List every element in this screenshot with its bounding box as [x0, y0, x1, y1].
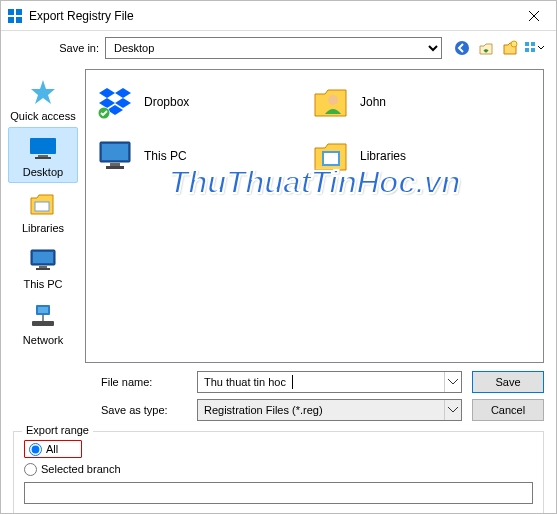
svg-rect-3 — [16, 17, 22, 23]
radio-all-row[interactable]: All — [24, 440, 82, 458]
svg-rect-11 — [531, 48, 535, 52]
watermark-text: ThuThuatTinHoc.vn — [90, 164, 539, 201]
svg-rect-0 — [8, 9, 14, 15]
filename-input[interactable]: Thu thuat tin hoc — [197, 371, 462, 393]
svg-rect-18 — [33, 252, 53, 263]
dropbox-icon — [94, 81, 136, 123]
filename-row: File name: Thu thuat tin hoc Save — [1, 367, 556, 395]
place-quick-access[interactable]: Quick access — [8, 71, 78, 127]
user-folder-icon — [310, 81, 352, 123]
file-item-john[interactable]: John — [310, 78, 510, 126]
close-button[interactable] — [511, 1, 556, 31]
back-button[interactable] — [452, 38, 472, 58]
svg-rect-20 — [36, 268, 50, 270]
place-label: This PC — [23, 278, 62, 290]
export-range-group: Export range All Selected branch — [13, 431, 544, 514]
place-label: Desktop — [23, 166, 63, 178]
place-label: Quick access — [10, 110, 75, 122]
save-in-row: Save in: Desktop — [1, 31, 556, 65]
radio-all[interactable] — [29, 443, 42, 456]
svg-rect-16 — [35, 202, 49, 211]
savetype-label: Save as type: — [101, 404, 187, 416]
svg-point-6 — [455, 41, 469, 55]
up-one-level-button[interactable] — [476, 38, 496, 58]
main-area: Quick access Desktop Libraries This PC N… — [1, 65, 556, 367]
title-bar: Export Registry File — [1, 1, 556, 31]
desktop-icon — [27, 132, 59, 164]
file-item-dropbox[interactable]: Dropbox — [94, 78, 294, 126]
chevron-down-icon[interactable] — [444, 372, 461, 392]
place-libraries[interactable]: Libraries — [8, 183, 78, 239]
svg-rect-14 — [38, 155, 48, 157]
save-in-dropdown[interactable]: Desktop — [105, 37, 442, 59]
svg-rect-13 — [30, 138, 56, 154]
save-in-label: Save in: — [41, 42, 99, 54]
svg-rect-23 — [32, 321, 54, 326]
svg-point-32 — [328, 95, 338, 105]
network-icon — [27, 300, 59, 332]
svg-rect-15 — [35, 157, 51, 159]
app-icon — [7, 8, 23, 24]
places-bar: Quick access Desktop Libraries This PC N… — [1, 65, 85, 367]
libraries-icon — [27, 188, 59, 220]
this-pc-icon — [27, 244, 59, 276]
toolbar — [452, 38, 544, 58]
place-label: Libraries — [22, 222, 64, 234]
savetype-row: Save as type: Registration Files (*.reg)… — [1, 395, 556, 423]
svg-rect-8 — [525, 42, 529, 46]
radio-selected-branch-row[interactable]: Selected branch — [24, 460, 533, 478]
cancel-button[interactable]: Cancel — [472, 399, 544, 421]
svg-rect-1 — [16, 9, 22, 15]
new-folder-button[interactable] — [500, 38, 520, 58]
quick-access-icon — [27, 76, 59, 108]
svg-rect-2 — [8, 17, 14, 23]
file-label: John — [360, 95, 386, 109]
radio-selected-branch[interactable] — [24, 463, 37, 476]
svg-rect-34 — [102, 144, 128, 160]
file-label: This PC — [144, 149, 187, 163]
svg-marker-12 — [31, 80, 55, 104]
place-desktop[interactable]: Desktop — [8, 127, 78, 183]
savetype-dropdown[interactable]: Registration Files (*.reg) — [197, 399, 462, 421]
svg-rect-22 — [38, 307, 48, 313]
svg-marker-26 — [115, 88, 131, 98]
save-button[interactable]: Save — [472, 371, 544, 393]
place-this-pc[interactable]: This PC — [8, 239, 78, 295]
filename-label: File name: — [101, 376, 187, 388]
radio-all-label: All — [46, 443, 58, 455]
branch-path-input[interactable] — [24, 482, 533, 504]
chevron-down-icon[interactable] — [444, 400, 461, 420]
svg-marker-27 — [99, 98, 115, 108]
filename-value: Thu thuat tin hoc — [198, 376, 444, 388]
export-range-legend: Export range — [22, 424, 93, 436]
place-network[interactable]: Network — [8, 295, 78, 351]
svg-point-7 — [511, 41, 517, 47]
radio-selected-branch-label: Selected branch — [41, 463, 121, 475]
window-title: Export Registry File — [29, 9, 511, 23]
savetype-value: Registration Files (*.reg) — [198, 404, 444, 416]
text-cursor — [292, 375, 293, 389]
svg-rect-9 — [531, 42, 535, 46]
file-label: Libraries — [360, 149, 406, 163]
svg-rect-10 — [525, 48, 529, 52]
file-label: Dropbox — [144, 95, 189, 109]
svg-rect-19 — [39, 266, 47, 268]
file-list-pane[interactable]: Dropbox John This PC Libraries ThuThuatT… — [85, 69, 544, 363]
svg-marker-25 — [99, 88, 115, 98]
views-button[interactable] — [524, 38, 544, 58]
place-label: Network — [23, 334, 63, 346]
svg-marker-28 — [115, 98, 131, 108]
